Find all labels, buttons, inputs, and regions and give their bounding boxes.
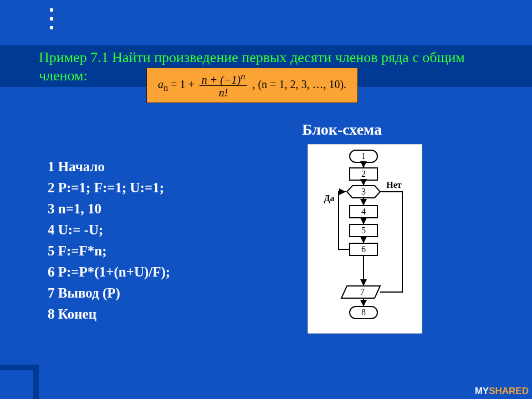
flow-label-no: Нет xyxy=(386,180,402,190)
watermark: MYSHARED xyxy=(475,386,529,397)
step-8: 8 Конец xyxy=(48,304,170,325)
flow-node-5: 5 xyxy=(361,226,366,235)
step-2: 2 P:=1; F:=1; U:=1; xyxy=(48,177,170,198)
flow-node-7: 7 xyxy=(360,287,365,296)
flow-label-yes: Да xyxy=(324,193,334,203)
diagram-title: Блок-схема xyxy=(302,121,382,139)
algorithm-steps: 1 Начало 2 P:=1; F:=1; U:=1; 3 n=1, 10 4… xyxy=(48,156,170,325)
flowchart: 1 2 3 4 5 6 7 8 Да Нет xyxy=(308,144,422,334)
flow-node-8: 8 xyxy=(361,308,366,317)
decor-dots xyxy=(50,3,53,35)
step-6: 6 P:=P*(1+(n+U)/F); xyxy=(48,262,170,283)
flow-node-3: 3 xyxy=(361,187,366,196)
formula-box: an = 1 + n + (−1)n n! , (n = 1, 2, 3, …,… xyxy=(146,68,358,103)
step-1: 1 Начало xyxy=(48,156,170,177)
flow-node-6: 6 xyxy=(361,244,366,254)
decor-bar-h xyxy=(0,365,33,370)
flow-node-4: 4 xyxy=(361,207,366,216)
step-4: 4 U:= -U; xyxy=(48,219,170,241)
step-5: 5 F:=F*n; xyxy=(48,241,170,262)
flow-node-1: 1 xyxy=(361,151,366,161)
decor-bar-v xyxy=(33,365,39,399)
step-7: 7 Вывод (P) xyxy=(48,283,170,304)
flow-node-2: 2 xyxy=(361,169,366,178)
step-3: 3 n=1, 10 xyxy=(48,198,170,219)
